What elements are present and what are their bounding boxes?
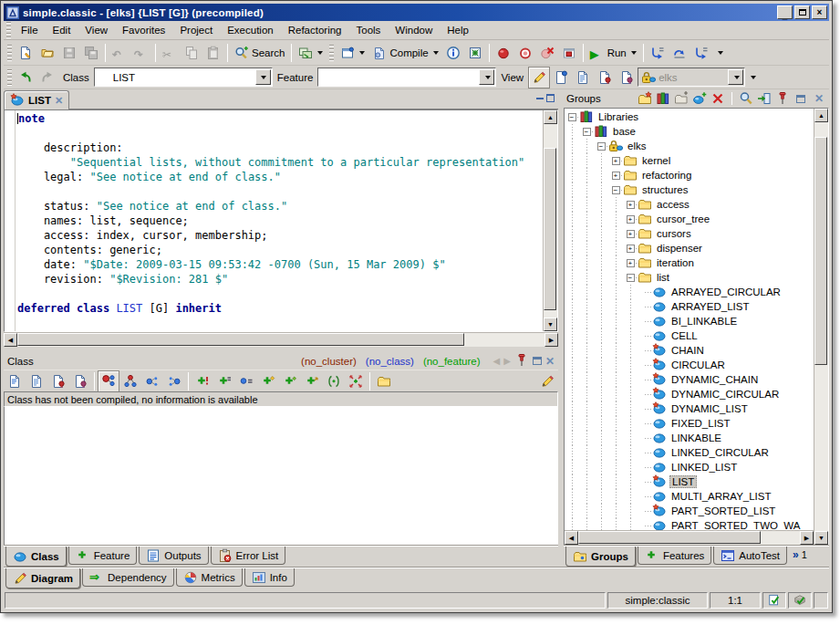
search-button[interactable]: Search [231, 42, 288, 64]
minimize-button[interactable]: _ [777, 5, 793, 19]
scrollbar-thumb[interactable] [17, 333, 464, 346]
minimize-editor-button[interactable] [536, 97, 544, 99]
interface-view-button[interactable] [616, 67, 638, 89]
tab-feature[interactable]: Feature [68, 547, 138, 565]
scroll-left-icon[interactable]: ◀ [565, 531, 578, 545]
menu-window[interactable]: Window [388, 23, 440, 37]
tree-item-chain[interactable]: CHAIN [565, 343, 814, 358]
tab-metrics[interactable]: Metrics [176, 568, 243, 587]
add-library-button[interactable] [656, 91, 670, 106]
editor-vertical-scrollbar[interactable]: ▲ ▼ [543, 110, 557, 331]
new-procedure-button[interactable] [301, 370, 323, 392]
menu-execution[interactable]: Execution [220, 23, 281, 37]
navigate-back-button[interactable] [15, 67, 36, 89]
tree-item-refactoring[interactable]: +refactoring [565, 168, 814, 182]
scrollbar-thumb[interactable] [814, 137, 827, 365]
tree-vertical-scrollbar[interactable]: ▲ ▼ [814, 109, 828, 545]
tree-horizontal-scrollbar[interactable]: ◀ ▶ [565, 530, 814, 545]
code-line[interactable]: names: list, sequence; [17, 214, 541, 228]
paste-button[interactable] [202, 42, 224, 64]
toolbar-overflow-button[interactable] [712, 42, 727, 64]
copy-button[interactable] [181, 42, 202, 64]
tab-features[interactable]: Features [638, 547, 711, 565]
groups-panel-header[interactable]: Groups ✕ [564, 89, 829, 108]
expand-icon[interactable]: + [627, 259, 635, 267]
tree-item-dynamic_list[interactable]: DYNAMIC_LIST [565, 401, 814, 416]
code-line[interactable]: legal: "See notice at end of class." [17, 170, 541, 184]
undo-button[interactable]: ↶ [109, 42, 130, 64]
tree-item-part_sorted_two_wa[interactable]: PART_SORTED_TWO_WA [565, 518, 814, 530]
editor-horizontal-scrollbar[interactable]: ◀ ▶ [4, 332, 558, 347]
scrollbar-thumb[interactable] [578, 531, 761, 544]
interface-view-button[interactable] [69, 370, 91, 392]
scroll-right-icon[interactable]: ▶ [800, 531, 814, 545]
scroll-up-icon[interactable]: ▲ [814, 109, 828, 122]
new-attribute-button[interactable] [213, 370, 235, 392]
hidden-tabs-chevron[interactable]: » [793, 548, 799, 561]
flat-view-button[interactable] [47, 370, 69, 392]
pin-panel-button[interactable] [775, 91, 790, 106]
tree-item-kernel[interactable]: +kernel [565, 153, 814, 168]
tree-item-linked_list[interactable]: LINKED_LIST [565, 460, 814, 474]
tab-autotest[interactable]: AutoTest [713, 547, 787, 565]
expand-icon[interactable]: + [612, 157, 620, 165]
class-combo[interactable]: LIST [94, 68, 273, 87]
expand-icon[interactable]: + [627, 230, 635, 238]
new-file-button[interactable] [15, 42, 36, 64]
add-subcluster-button[interactable] [674, 91, 689, 106]
new-window-button[interactable] [337, 42, 368, 64]
menu-view[interactable]: View [78, 23, 115, 37]
new-function-button[interactable] [279, 370, 301, 392]
pin-panel-button[interactable] [514, 353, 529, 370]
toolbar-grip[interactable] [329, 45, 334, 61]
tree-item-cell[interactable]: CELL [565, 328, 814, 343]
group-features-button[interactable] [323, 370, 345, 392]
menu-grip[interactable] [6, 22, 11, 38]
tree-item-cursor_tree[interactable]: +cursor_tree [565, 212, 814, 226]
enable-breakpoints-button[interactable] [493, 42, 514, 64]
close-panel-button[interactable]: ✕ [545, 356, 555, 367]
expand-icon[interactable]: + [627, 215, 635, 224]
close-button[interactable]: × [812, 5, 827, 19]
compile-button[interactable]: Compile [368, 42, 441, 64]
expand-icon[interactable]: + [627, 245, 635, 253]
title-bar[interactable]: simple.classic - [elks] {LIST [G]} (prec… [4, 4, 829, 21]
add-class-button[interactable] [692, 91, 707, 106]
remove-breakpoints-button[interactable] [536, 42, 558, 64]
scroll-down-icon[interactable]: ▼ [814, 531, 828, 545]
tree-item-dispenser[interactable]: +dispenser [565, 241, 814, 255]
close-panel-button[interactable]: ✕ [812, 93, 826, 104]
step-over-button[interactable] [669, 42, 690, 64]
tab-groups[interactable]: Groups [565, 547, 636, 567]
menu-project[interactable]: Project [172, 23, 220, 37]
code-line[interactable]: date: "$Date: 2009-03-15 09:53:42 -0700 … [17, 257, 541, 272]
breakpoints-window-button[interactable] [558, 42, 580, 64]
tree-item-arrayed_list[interactable]: ARRAYED_LIST [565, 299, 814, 314]
expand-icon[interactable]: + [612, 172, 620, 180]
save-button[interactable] [58, 42, 80, 64]
group-combo[interactable]: elks [638, 68, 745, 87]
class-combo-dropdown-button[interactable] [255, 69, 271, 85]
editor-tab-list[interactable]: LIST ✕ [4, 90, 69, 109]
scroll-left-icon[interactable]: ◀ [4, 333, 17, 347]
collapse-icon[interactable]: − [583, 128, 591, 136]
code-line[interactable]: status: "See notice at end of class." [17, 199, 541, 214]
feature-combo-dropdown-button[interactable] [479, 69, 494, 85]
new-routine-button[interactable] [257, 370, 279, 392]
close-tab-icon[interactable]: ✕ [55, 95, 63, 107]
tree-item-libraries[interactable]: −Libraries [565, 109, 814, 124]
expand-icon[interactable]: + [627, 201, 635, 209]
collapse-icon[interactable]: − [627, 274, 635, 282]
code-line[interactable]: "Sequential lists, without commitment to… [17, 155, 541, 170]
expand-features-button[interactable] [345, 370, 367, 392]
basic-text-view-button[interactable] [4, 370, 26, 392]
link-to-editor-button[interactable] [757, 91, 772, 106]
tree-item-list[interactable]: −list [565, 270, 814, 285]
step-out-button[interactable] [690, 42, 712, 64]
editor-view-button[interactable] [528, 67, 550, 89]
scroll-right-icon[interactable]: ▶ [544, 333, 558, 347]
code-line[interactable] [17, 316, 541, 330]
flat-view-button[interactable] [572, 67, 594, 89]
tab-class[interactable]: Class [5, 547, 67, 567]
suppliers-relation-button[interactable] [163, 370, 185, 392]
